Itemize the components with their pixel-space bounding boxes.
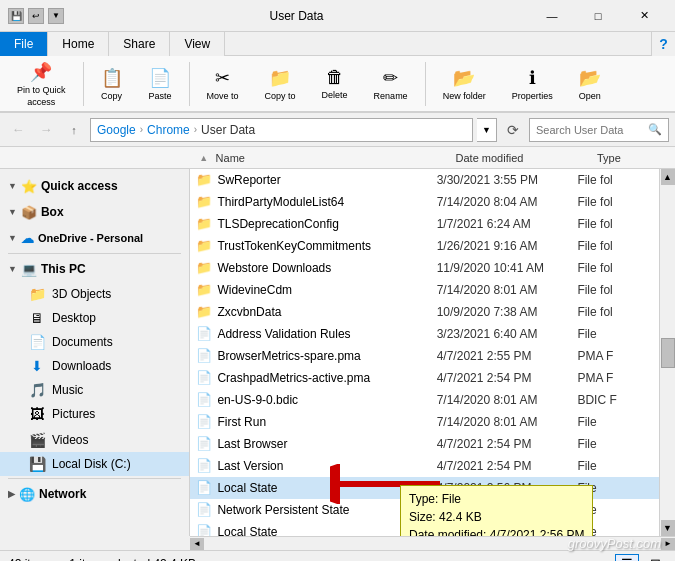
file-name: Local State	[217, 525, 436, 537]
save-quick-icon[interactable]: 💾	[8, 8, 24, 24]
search-input[interactable]	[536, 124, 648, 136]
file-date: 4/7/2021 2:54 PM	[437, 437, 578, 451]
back-button[interactable]: ←	[6, 118, 30, 142]
file-row-swreporter[interactable]: 📁 SwReporter 3/30/2021 3:55 PM File fol	[190, 169, 659, 191]
file-row-tls[interactable]: 📁 TLSDeprecationConfig 1/7/2021 6:24 AM …	[190, 213, 659, 235]
scroll-up-button[interactable]: ▲	[661, 169, 675, 185]
col-header-name[interactable]: Name	[212, 152, 456, 164]
column-headers: ▲ Name Date modified Type	[0, 147, 675, 169]
h-scroll-right[interactable]: ►	[661, 538, 675, 550]
new-folder-btn[interactable]: 📂 New folder	[434, 62, 495, 106]
file-row-local-state-2[interactable]: 📄 Local State 4/7/2021 8:11 AM File	[190, 521, 659, 536]
minimize-button[interactable]: —	[529, 0, 575, 32]
col-header-type[interactable]: Type	[597, 152, 675, 164]
sidebar-item-pictures[interactable]: 🖼 Pictures	[0, 402, 189, 426]
large-icons-view-button[interactable]: ⊞	[643, 554, 667, 562]
file-row-trusttoken[interactable]: 📁 TrustTokenKeyCommitments 1/26/2021 9:1…	[190, 235, 659, 257]
file-row-local-state[interactable]: 📄 Local State 4/7/2021 2:56 PM File	[190, 477, 659, 499]
up-button[interactable]: ↑	[62, 118, 86, 142]
sidebar-item-music[interactable]: 🎵 Music	[0, 378, 189, 402]
file-row-last-version[interactable]: 📄 Last Version 4/7/2021 2:54 PM File	[190, 455, 659, 477]
tab-home[interactable]: Home	[48, 32, 109, 56]
file-type: File fol	[577, 283, 655, 297]
file-row-last-browser[interactable]: 📄 Last Browser 4/7/2021 2:54 PM File	[190, 433, 659, 455]
file-type: BDIC F	[577, 393, 655, 407]
down-arrow-quick-icon[interactable]: ▼	[48, 8, 64, 24]
copy-btn[interactable]: 📋 Copy	[92, 62, 132, 106]
maximize-button[interactable]: □	[575, 0, 621, 32]
vertical-scrollbar[interactable]: ▲ ▼	[659, 169, 675, 536]
file-row-widevinecdm[interactable]: 📁 WidevineCdm 7/14/2020 8:01 AM File fol	[190, 279, 659, 301]
sidebar-icon-this-pc: 💻	[21, 262, 37, 277]
sort-indicator[interactable]: ▲	[196, 153, 212, 163]
file-row-thirdparty[interactable]: 📁 ThirdPartyModuleList64 7/14/2020 8:04 …	[190, 191, 659, 213]
file-row-browser-metrics[interactable]: 📄 BrowserMetrics-spare.pma 4/7/2021 2:55…	[190, 345, 659, 367]
forward-button[interactable]: →	[34, 118, 58, 142]
file-type: File fol	[577, 217, 655, 231]
file-row-webstore[interactable]: 📁 Webstore Downloads 11/9/2020 10:41 AM …	[190, 257, 659, 279]
paste-btn[interactable]: 📄 Paste	[140, 62, 181, 106]
sidebar-icon-onedrive: ☁	[21, 231, 34, 246]
file-date: 11/9/2020 10:41 AM	[437, 261, 578, 275]
address-dropdown[interactable]: ▼	[477, 118, 497, 142]
file-name: Local State	[217, 481, 436, 495]
breadcrumb-item-google[interactable]: Google	[97, 123, 136, 137]
details-view-button[interactable]: ☰	[615, 554, 639, 562]
tab-view[interactable]: View	[170, 32, 225, 56]
window-controls: — □ ✕	[529, 0, 667, 32]
sidebar-icon-downloads: ⬇	[28, 358, 46, 374]
properties-btn[interactable]: ℹ Properties	[503, 62, 562, 106]
sidebar-item-downloads[interactable]: ⬇ Downloads	[0, 354, 189, 378]
expand-icon-onedrive: ▼	[8, 233, 17, 243]
search-box[interactable]: 🔍	[529, 118, 669, 142]
sidebar-item-local-disk[interactable]: 💾 Local Disk (C:)	[0, 452, 189, 476]
help-button[interactable]: ?	[651, 32, 675, 56]
refresh-button[interactable]: ⟳	[501, 118, 525, 142]
sidebar-section-box[interactable]: ▼ 📦 Box	[0, 199, 189, 225]
move-to-btn[interactable]: ✂ Move to	[198, 62, 248, 106]
sidebar-item-3d-objects[interactable]: 📁 3D Objects	[0, 282, 189, 306]
sidebar-label-downloads: Downloads	[52, 359, 111, 373]
file-row-address-validation[interactable]: 📄 Address Validation Rules 3/23/2021 6:4…	[190, 323, 659, 345]
file-row-bdic[interactable]: 📄 en-US-9-0.bdic 7/14/2020 8:01 AM BDIC …	[190, 389, 659, 411]
rename-btn[interactable]: ✏ Rename	[365, 62, 417, 106]
close-button[interactable]: ✕	[621, 0, 667, 32]
open-btn[interactable]: 📂 Open	[570, 62, 610, 106]
col-header-date[interactable]: Date modified	[456, 152, 597, 164]
undo-quick-icon[interactable]: ↩	[28, 8, 44, 24]
sidebar-section-network[interactable]: ▶ 🌐 Network	[0, 481, 189, 507]
file-row-zxcvbn[interactable]: 📁 ZxcvbnData 10/9/2020 7:38 AM File fol	[190, 301, 659, 323]
sidebar-label-box: Box	[41, 205, 64, 219]
pin-to-quick-access-btn[interactable]: 📌 Pin to Quick access	[8, 56, 75, 112]
delete-btn[interactable]: 🗑 Delete	[313, 62, 357, 105]
sidebar-icon-documents: 📄	[28, 334, 46, 350]
file-name: en-US-9-0.bdic	[217, 393, 436, 407]
sidebar-section-quick-access[interactable]: ▼ ⭐ Quick access	[0, 173, 189, 199]
file-date: 4/7/2021 2:54 PM	[437, 371, 578, 385]
sidebar-item-videos[interactable]: 🎬 Videos	[0, 428, 189, 452]
h-scroll-left[interactable]: ◄	[190, 538, 204, 550]
file-name: First Run	[217, 415, 436, 429]
file-name: ZxcvbnData	[217, 305, 436, 319]
file-date: 7/14/2020 8:01 AM	[437, 393, 578, 407]
sidebar-item-documents[interactable]: 📄 Documents	[0, 330, 189, 354]
breadcrumb-item-chrome[interactable]: Chrome	[147, 123, 190, 137]
file-type: File	[577, 525, 655, 537]
file-row-first-run[interactable]: 📄 First Run 7/14/2020 8:01 AM File	[190, 411, 659, 433]
tab-file[interactable]: File	[0, 32, 48, 56]
copy-to-btn[interactable]: 📁 Copy to	[256, 62, 305, 106]
breadcrumb-bar[interactable]: Google › Chrome › User Data	[90, 118, 473, 142]
file-name: ThirdPartyModuleList64	[217, 195, 436, 209]
scroll-down-button[interactable]: ▼	[661, 520, 675, 536]
file-date: 3/23/2021 6:40 AM	[437, 327, 578, 341]
sidebar-item-desktop[interactable]: 🖥 Desktop	[0, 306, 189, 330]
sidebar-label-music: Music	[52, 383, 83, 397]
file-row-crashpad[interactable]: 📄 CrashpadMetrics-active.pma 4/7/2021 2:…	[190, 367, 659, 389]
sidebar-section-onedrive[interactable]: ▼ ☁ OneDrive - Personal	[0, 225, 189, 251]
horizontal-scroll-area: ◄ ►	[190, 536, 675, 550]
scroll-thumb[interactable]	[661, 338, 675, 368]
tab-share[interactable]: Share	[109, 32, 170, 56]
sidebar-section-this-pc[interactable]: ▼ 💻 This PC	[0, 256, 189, 282]
file-row-network-persistent[interactable]: 📄 Network Persistent State 4/7/2021 2:54…	[190, 499, 659, 521]
file-name: BrowserMetrics-spare.pma	[217, 349, 436, 363]
